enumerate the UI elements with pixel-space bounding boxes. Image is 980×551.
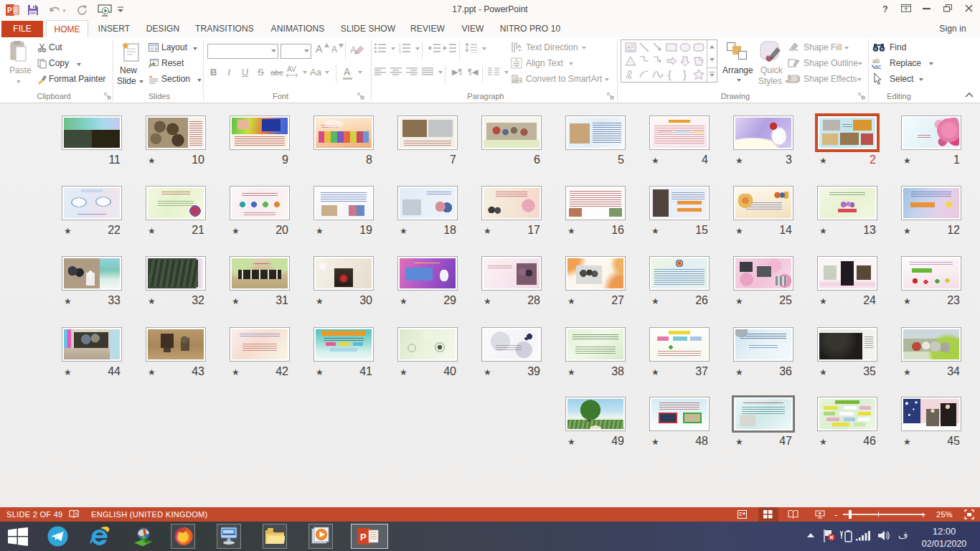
- svg-text:P: P: [360, 532, 367, 542]
- svg-text:ac: ac: [875, 63, 882, 70]
- svg-text:3: 3: [399, 50, 401, 53]
- svg-text:A: A: [517, 43, 522, 50]
- svg-text:A: A: [627, 44, 631, 50]
- svg-text:}: }: [683, 69, 687, 80]
- svg-text:{: {: [668, 69, 672, 80]
- svg-text:?: ?: [882, 4, 888, 14]
